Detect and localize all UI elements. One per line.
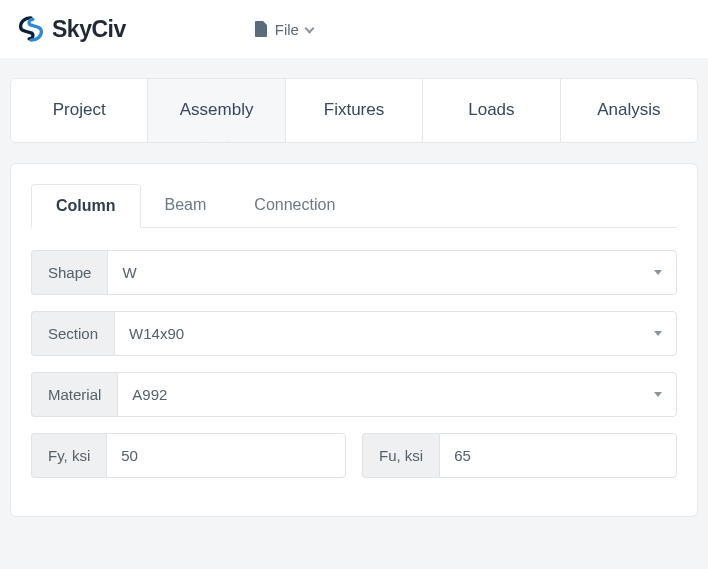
subtab-beam-label: Beam <box>165 196 207 213</box>
subtab-column-label: Column <box>56 197 116 214</box>
tab-loads-label: Loads <box>468 100 514 119</box>
chevron-down-icon <box>304 23 314 33</box>
tab-project[interactable]: Project <box>11 79 148 142</box>
assembly-panel: Column Beam Connection Shape W Section <box>10 163 698 517</box>
fy-input[interactable] <box>121 447 331 464</box>
tab-assembly[interactable]: Assembly <box>148 79 285 142</box>
fy-input-wrap[interactable] <box>106 433 346 478</box>
skyciv-icon <box>18 16 44 42</box>
fu-input[interactable] <box>454 447 662 464</box>
caret-down-icon <box>654 270 662 275</box>
brand-name: SkyCiv <box>52 16 126 43</box>
subtab-connection[interactable]: Connection <box>230 184 359 227</box>
tab-fixtures-label: Fixtures <box>324 100 384 119</box>
tab-assembly-label: Assembly <box>180 100 254 119</box>
section-select[interactable]: W14x90 <box>114 311 677 356</box>
tab-analysis[interactable]: Analysis <box>561 79 697 142</box>
material-label: Material <box>31 372 117 417</box>
main-tabs: Project Assembly Fixtures Loads Analysis <box>10 78 698 143</box>
subtab-beam[interactable]: Beam <box>141 184 231 227</box>
shape-select[interactable]: W <box>107 250 677 295</box>
shape-value: W <box>122 264 136 281</box>
topbar: SkyCiv File <box>0 0 708 58</box>
shape-label: Shape <box>31 250 107 295</box>
subtab-connection-label: Connection <box>254 196 335 213</box>
section-value: W14x90 <box>129 325 184 342</box>
file-icon <box>254 21 268 37</box>
tab-analysis-label: Analysis <box>597 100 660 119</box>
fu-input-wrap[interactable] <box>439 433 677 478</box>
tab-loads[interactable]: Loads <box>423 79 560 142</box>
sub-tabs: Column Beam Connection <box>31 184 677 228</box>
section-label: Section <box>31 311 114 356</box>
caret-down-icon <box>654 392 662 397</box>
tab-project-label: Project <box>53 100 106 119</box>
fu-label: Fu, ksi <box>362 433 439 478</box>
brand-logo: SkyCiv <box>18 16 126 43</box>
main-content: Project Assembly Fixtures Loads Analysis… <box>10 78 698 517</box>
material-select[interactable]: A992 <box>117 372 677 417</box>
tab-fixtures[interactable]: Fixtures <box>286 79 423 142</box>
subtab-column[interactable]: Column <box>31 184 141 228</box>
file-menu[interactable]: File <box>254 21 313 38</box>
caret-down-icon <box>654 331 662 336</box>
material-value: A992 <box>132 386 167 403</box>
column-form: Shape W Section W14x90 <box>31 228 677 478</box>
fy-label: Fy, ksi <box>31 433 106 478</box>
file-menu-label: File <box>275 21 299 38</box>
